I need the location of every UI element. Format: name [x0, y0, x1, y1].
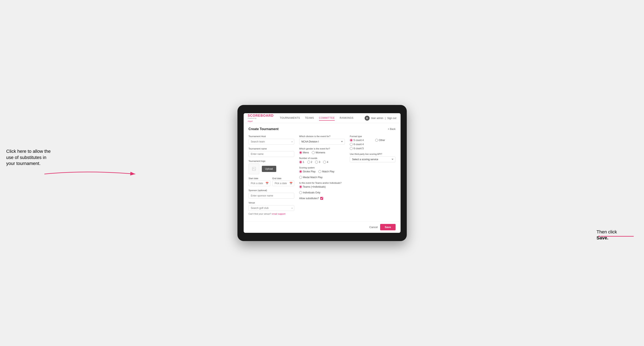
individuals-only-option[interactable]: Individuals Only [299, 191, 320, 194]
medal-match-play-option[interactable]: Medal Match Play [299, 176, 322, 179]
save-button[interactable]: Save [380, 224, 396, 230]
sign-out-link[interactable]: Sign out [387, 117, 396, 120]
match-play-label: Match Play [322, 170, 334, 173]
rounds-3-option[interactable]: 3 [315, 161, 320, 164]
logo-brand: clippd [248, 120, 253, 122]
format-other-option[interactable]: Other [375, 139, 396, 142]
page-content: Create Tournament < Back Tournament Host… [244, 123, 400, 219]
format-6count5-label: 6 count 5 [354, 147, 364, 150]
rounds-2-radio[interactable] [307, 161, 310, 164]
substitutes-label: Allow substitutes? [299, 197, 319, 200]
gender-label: Which gender is the event for? [299, 148, 345, 150]
start-date-group: Start date 📅 [248, 177, 270, 186]
rounds-3-radio[interactable] [315, 161, 318, 164]
end-date-wrap: 📅 [272, 180, 294, 186]
venue-email-link[interactable]: email support [272, 213, 285, 215]
rounds-4-radio[interactable] [323, 161, 326, 164]
dates-group: Start date 📅 End date [248, 177, 294, 186]
start-date-label: Start date [248, 177, 270, 179]
gender-group: Which gender is the event for? Mens Wome… [299, 148, 345, 154]
nav-tournaments[interactable]: TOURNAMENTS [280, 116, 300, 121]
api-select[interactable]: Select a scoring service [350, 157, 396, 162]
rounds-2-option[interactable]: 2 [307, 161, 312, 164]
format-5count4-option[interactable]: 5 count 4 [350, 139, 370, 142]
teams-radio-group: Teams (+Individuals) Individuals Only [299, 185, 345, 194]
api-group: Use third-party live scoring API? Select… [350, 153, 396, 162]
tournament-host-input[interactable] [248, 139, 294, 145]
sponsor-group: Sponsor (optional) [248, 189, 294, 198]
annotation-left-text: Click here to allow the use of substitut… [6, 148, 52, 167]
tournament-logo-label: Tournament logo [248, 160, 294, 162]
format-other-radio[interactable] [375, 139, 378, 142]
rounds-2-label: 2 [311, 161, 312, 164]
rounds-1-option[interactable]: 1 [299, 161, 304, 164]
format-type-grid: 5 count 4 Other 6 count 4 [350, 139, 396, 150]
gender-mens-option[interactable]: Mens [299, 151, 309, 154]
logo-area: SCOREBOARD Powered by clippd [248, 114, 274, 123]
format-type-label: Format type [350, 135, 396, 138]
gender-mens-radio[interactable] [299, 151, 302, 154]
format-5count4-radio[interactable] [350, 139, 353, 142]
nav-rankings[interactable]: RANKINGS [340, 116, 354, 121]
format-6count4-radio[interactable] [350, 143, 353, 146]
page-title: Create Tournament [248, 127, 279, 131]
nav-committee[interactable]: COMMITTEE [319, 116, 335, 121]
format-6count4-option[interactable]: 6 count 4 [350, 143, 370, 146]
format-5count4-label: 5 count 4 [354, 139, 364, 142]
screen: SCOREBOARD Powered by clippd TOURNAMENTS… [244, 113, 400, 233]
start-calendar-icon: 📅 [266, 182, 269, 185]
tournament-logo-group: Tournament logo Upload [248, 160, 294, 174]
nav-teams[interactable]: TEAMS [305, 116, 314, 121]
venue-input[interactable] [248, 205, 294, 211]
venue-helper: Can't find your venue? email support [248, 213, 294, 215]
gender-womens-radio[interactable] [312, 151, 315, 154]
rounds-3-label: 3 [319, 161, 320, 164]
stroke-play-option[interactable]: Stroke Play [299, 170, 316, 173]
format-6count5-option[interactable]: 6 count 5 [350, 147, 370, 150]
substitutes-group: Allow substitutes? [299, 197, 345, 200]
form-col-2: Which division is the event for? NCAA Di… [299, 135, 345, 215]
form-col-3: Format type 5 count 4 Other [350, 135, 396, 215]
format-type-group: Format type 5 count 4 Other [350, 135, 396, 150]
teams-individuals-radio[interactable] [299, 185, 302, 188]
sponsor-input[interactable] [248, 193, 294, 198]
scoring-group: Scoring system Stroke Play Match Play [299, 167, 345, 179]
gender-radio-group: Mens Womens [299, 151, 345, 154]
rounds-4-option[interactable]: 4 [323, 161, 328, 164]
division-label: Which division is the event for? [299, 135, 345, 138]
individuals-only-radio[interactable] [299, 191, 302, 194]
match-play-radio[interactable] [318, 170, 321, 173]
end-calendar-icon: 📅 [290, 182, 292, 185]
end-date-group: End date 📅 [272, 177, 294, 186]
rounds-label: Number of rounds [299, 157, 345, 159]
rounds-1-radio[interactable] [299, 161, 302, 164]
substitutes-checkbox[interactable] [320, 197, 323, 200]
venue-label: Venue [248, 201, 294, 204]
upload-button[interactable]: Upload [262, 166, 276, 172]
gender-mens-label: Mens [303, 151, 309, 154]
format-6count4-label: 6 count 4 [354, 143, 364, 146]
nav-separator: | [385, 117, 386, 120]
medal-match-play-radio[interactable] [299, 176, 302, 179]
gender-womens-option[interactable]: Womens [312, 151, 325, 154]
tournament-name-input[interactable] [248, 151, 294, 157]
user-avatar: B [365, 116, 370, 121]
sponsor-label: Sponsor (optional) [248, 189, 294, 191]
page-header: Create Tournament < Back [248, 127, 396, 131]
division-group: Which division is the event for? NCAA Di… [299, 135, 345, 145]
venue-group: Venue ▾ Can't find your venue? email sup… [248, 201, 294, 215]
logo-powered-text: Powered by [248, 118, 274, 119]
date-row: Start date 📅 End date [248, 177, 294, 186]
cancel-button[interactable]: Cancel [370, 226, 378, 229]
stroke-play-radio[interactable] [299, 170, 302, 173]
rounds-4-label: 4 [327, 161, 328, 164]
back-link[interactable]: < Back [388, 128, 396, 131]
division-select[interactable]: NCAA Division I [299, 139, 345, 145]
medal-match-play-label: Medal Match Play [303, 176, 322, 179]
host-select-chevron: ▾ [292, 141, 292, 143]
form-grid: Tournament Host ▾ Tournament name Tourna [248, 135, 396, 215]
match-play-option[interactable]: Match Play [318, 170, 334, 173]
format-6count5-radio[interactable] [350, 147, 353, 150]
tournament-host-group: Tournament Host ▾ [248, 135, 294, 145]
teams-individuals-option[interactable]: Teams (+Individuals) [299, 185, 326, 188]
